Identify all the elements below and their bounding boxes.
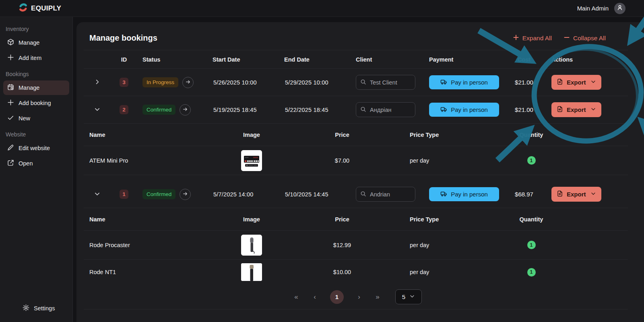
item-price-type: per day (398, 242, 499, 248)
cost-cell: $68.97 (508, 191, 540, 198)
client-value: Test Client (370, 79, 397, 86)
cost-cell: $21.00 (508, 79, 540, 86)
sidebar-item-edit-website[interactable]: Edit website (3, 141, 69, 155)
column-header-image: Image (217, 216, 286, 223)
last-page-button[interactable]: » (371, 291, 384, 303)
sidebar-item-add-booking[interactable]: Add booking (3, 96, 69, 110)
item-price: $10.00 (286, 269, 398, 275)
export-button[interactable]: Export (551, 75, 601, 90)
user-icon (617, 4, 623, 12)
client-value: Андріан (370, 107, 392, 113)
sidebar-item-add-item[interactable]: Add item (3, 51, 69, 65)
first-page-button[interactable]: « (290, 291, 303, 303)
end-date-cell: 5/29/2025 10:00 (284, 79, 356, 86)
column-header-status: Status (134, 56, 213, 63)
external-link-icon (7, 159, 14, 167)
truck-icon (440, 190, 447, 198)
previous-page-button[interactable]: ‹ (308, 291, 321, 303)
collapse-all-button[interactable]: Collapse All (564, 35, 606, 42)
user-avatar[interactable] (614, 3, 625, 14)
arrow-right-icon (182, 191, 188, 198)
end-date-cell: 5/10/2025 14:45 (284, 191, 356, 198)
current-page-button[interactable]: 1 (330, 290, 344, 304)
column-header-name: Name (89, 132, 217, 138)
plus-icon (7, 54, 14, 62)
export-button[interactable]: Export (551, 102, 601, 117)
sidebar-section-website: Website (6, 131, 67, 138)
sidebar-item-label: Edit website (19, 145, 50, 151)
pay-in-person-button[interactable]: Pay in person (429, 103, 499, 117)
export-button-label: Export (567, 106, 586, 113)
start-date-cell: 5/26/2025 10:00 (213, 79, 284, 86)
item-price: $7.00 (286, 157, 398, 164)
sidebar-item-open-website[interactable]: Open (3, 156, 69, 171)
sidebar-item-inventory-manage[interactable]: Manage (3, 35, 69, 50)
sidebar: Inventory Manage Add item Bookings Manag… (0, 17, 73, 322)
pay-in-person-button[interactable]: Pay in person (429, 187, 499, 201)
column-header-quantity: Quantity (499, 216, 564, 223)
end-date-cell: 5/22/2025 18:45 (284, 107, 356, 113)
arrow-right-icon (182, 106, 188, 114)
item-name: Rode NT1 (89, 269, 217, 275)
bookings-table: ID Status Start Date End Date Client Pay… (84, 50, 628, 310)
sidebar-item-new[interactable]: New (3, 111, 69, 126)
start-date-cell: 5/19/2025 18:45 (213, 107, 284, 113)
item-name: ATEM Mini Pro (89, 157, 217, 164)
pay-button-label: Pay in person (451, 191, 488, 198)
search-icon (360, 106, 366, 114)
items-header-row: Name Image Price Price Type Quantity (84, 208, 628, 231)
collapse-row-button[interactable] (91, 188, 103, 200)
page-size-select[interactable]: 5 (395, 289, 422, 304)
brand-name: EQUIPLY (31, 4, 61, 12)
status-badge: In Progress (142, 77, 178, 87)
pagination: « ‹ 1 › » 5 (84, 285, 628, 310)
chevron-down-icon (590, 191, 596, 198)
column-header-actions: Actions (540, 56, 628, 63)
arrow-right-icon (185, 79, 191, 86)
client-value: Andrian (370, 191, 390, 198)
collapse-row-button[interactable] (91, 104, 103, 116)
next-page-button[interactable]: › (353, 291, 365, 303)
sidebar-item-bookings-manage[interactable]: Manage (3, 80, 69, 95)
column-header-price: Price (286, 216, 398, 223)
chevron-down-icon (590, 106, 596, 113)
chevron-down-icon (94, 106, 100, 114)
open-booking-button[interactable] (180, 189, 191, 200)
client-search-input[interactable]: Andrian (356, 187, 415, 202)
plus-icon (513, 35, 519, 42)
chevron-down-icon (590, 79, 596, 86)
column-header-quantity: Quantity (499, 132, 564, 138)
chevron-down-icon (94, 191, 100, 198)
export-button-label: Export (567, 79, 586, 86)
item-row: Rode NT1 $10.00 per day 1 (84, 260, 628, 285)
column-header-start-date: Start Date (213, 56, 284, 63)
column-header-client: Client (356, 56, 429, 63)
status-badge: Confirmed (142, 189, 175, 199)
sidebar-item-label: Settings (34, 305, 55, 312)
sidebar-item-settings[interactable]: Settings (0, 301, 72, 316)
open-booking-button[interactable] (182, 77, 194, 88)
sidebar-item-label: Add item (19, 55, 41, 61)
pay-in-person-button[interactable]: Pay in person (429, 75, 499, 89)
box-icon (7, 39, 14, 47)
client-search-input[interactable]: Андріан (356, 102, 415, 117)
item-price-type: per day (398, 269, 499, 275)
sidebar-item-label: Manage (19, 85, 39, 91)
open-booking-button[interactable] (180, 104, 191, 116)
expand-all-button[interactable]: Expand All (513, 35, 552, 42)
export-button[interactable]: Export (551, 187, 601, 202)
table-header-row: ID Status Start Date End Date Client Pay… (84, 50, 628, 69)
expand-row-button[interactable] (91, 76, 103, 89)
start-date-cell: 5/7/2025 14:00 (213, 191, 284, 198)
column-header-name: Name (89, 216, 217, 223)
column-header-image: Image (217, 132, 286, 138)
quantity-badge: 1 (527, 241, 536, 249)
column-header-payment: Payment (429, 56, 508, 63)
items-header-row: Name Image Price Price Type Quantity (84, 124, 628, 146)
item-row: Rode Procaster $12.99 per day 1 (84, 231, 628, 260)
column-header-price: Price (286, 132, 398, 138)
expand-all-label: Expand All (522, 35, 552, 42)
minus-icon (564, 35, 570, 42)
column-header-price-type: Price Type (398, 216, 499, 223)
client-search-input[interactable]: Test Client (356, 75, 415, 90)
